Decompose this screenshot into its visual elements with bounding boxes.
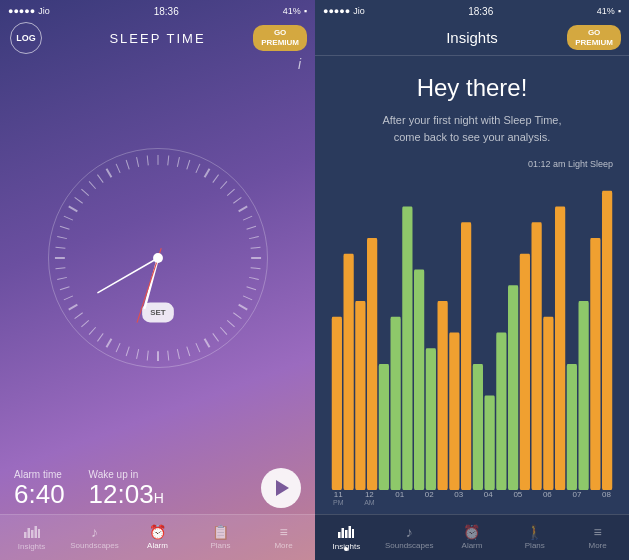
right-premium-button[interactable]: GOPREMIUM <box>567 25 621 50</box>
svg-rect-83 <box>473 364 483 490</box>
svg-line-14 <box>250 247 260 248</box>
left-tab-soundscapes-label: Soundscapes <box>70 541 118 550</box>
svg-line-12 <box>246 226 255 229</box>
right-soundscapes-icon: ♪ <box>406 525 413 539</box>
svg-line-57 <box>126 160 129 169</box>
right-tab-soundscapes[interactable]: ♪ Soundscapes <box>378 525 441 550</box>
right-tab-alarm[interactable]: ⏰ Alarm <box>441 525 504 550</box>
svg-line-31 <box>147 351 148 361</box>
svg-rect-74 <box>367 238 377 490</box>
svg-rect-95 <box>338 532 341 538</box>
chart-label: 01:12 am Light Sleep <box>528 159 613 169</box>
svg-line-20 <box>238 305 247 310</box>
left-battery-pct: 41% <box>283 6 301 16</box>
svg-line-38 <box>81 320 88 327</box>
x-label-02: 02 <box>425 490 434 506</box>
svg-line-23 <box>220 327 227 334</box>
svg-line-37 <box>89 327 96 334</box>
clock-svg: SET <box>49 149 267 367</box>
svg-line-56 <box>116 164 120 173</box>
left-battery-icon: ▪ <box>304 6 307 16</box>
left-tab-soundscapes[interactable]: ♪ Soundscapes <box>63 525 126 550</box>
x-label-08: 08 <box>602 490 611 506</box>
svg-line-11 <box>243 216 252 220</box>
svg-line-32 <box>136 349 138 359</box>
svg-point-63 <box>153 253 163 263</box>
svg-rect-78 <box>414 270 424 491</box>
right-insights-icon <box>338 524 354 540</box>
svg-line-26 <box>195 343 199 352</box>
svg-line-10 <box>238 206 247 211</box>
play-button[interactable] <box>261 468 301 508</box>
svg-line-4 <box>195 164 199 173</box>
svg-line-24 <box>212 333 218 341</box>
right-tab-soundscapes-label: Soundscapes <box>385 541 433 550</box>
left-tab-insights[interactable]: Insights <box>0 524 63 551</box>
svg-line-7 <box>220 181 227 188</box>
svg-line-8 <box>227 189 234 196</box>
right-battery-pct: 41% <box>597 6 615 16</box>
right-tab-more[interactable]: ≡ More <box>566 525 629 550</box>
x-label-04: 04 <box>484 490 493 506</box>
svg-rect-76 <box>391 317 401 490</box>
svg-line-39 <box>74 313 82 319</box>
svg-line-5 <box>204 169 209 178</box>
svg-line-33 <box>126 347 129 356</box>
clock-face: SET <box>48 148 268 368</box>
right-battery-icon: ▪ <box>618 6 621 16</box>
chart-area: 01:12 am Light Sleep 11PM 12AM 01 02 03 … <box>331 159 613 506</box>
left-tab-plans[interactable]: 📋 Plans <box>189 525 252 550</box>
svg-rect-73 <box>355 301 365 490</box>
svg-line-34 <box>116 343 120 352</box>
left-tab-bar: Insights ♪ Soundscapes ⏰ Alarm 📋 Plans ≡… <box>0 514 315 560</box>
svg-rect-81 <box>449 333 459 491</box>
left-wifi-icon: ●●●●● <box>8 6 35 16</box>
svg-line-47 <box>57 237 67 239</box>
left-tab-alarm[interactable]: ⏰ Alarm <box>126 525 189 550</box>
svg-line-59 <box>147 156 148 166</box>
svg-line-52 <box>81 189 88 196</box>
alarm-info: Alarm time 6:40 Wake up in 12:03H <box>14 469 164 507</box>
x-label-05: 05 <box>513 490 522 506</box>
svg-rect-85 <box>496 333 506 491</box>
right-status-bar: ●●●●● Jio 18:36 41% ▪ <box>315 0 629 20</box>
right-tab-bar: Insights ♪ Soundscapes ⏰ Alarm 🚶 Plans ≡… <box>315 514 629 560</box>
svg-rect-69 <box>34 526 37 538</box>
right-tab-insights[interactable]: Insights <box>315 524 378 551</box>
info-icon[interactable]: i <box>298 56 301 72</box>
svg-line-1 <box>167 156 168 166</box>
svg-rect-80 <box>438 301 448 490</box>
bar-chart <box>331 175 613 490</box>
right-more-icon: ≡ <box>594 525 602 539</box>
svg-rect-90 <box>555 207 565 491</box>
more-icon: ≡ <box>279 525 287 539</box>
right-alarm-icon: ⏰ <box>463 525 480 539</box>
x-label-11pm: 11PM <box>333 490 344 506</box>
left-premium-button[interactable]: GOPREMIUM <box>253 25 307 50</box>
svg-rect-68 <box>31 530 34 538</box>
svg-line-46 <box>55 247 65 248</box>
right-tab-plans[interactable]: 🚶 Plans <box>503 525 566 550</box>
svg-line-42 <box>59 287 68 290</box>
right-carrier: Jio <box>353 6 365 16</box>
log-button[interactable]: LOG <box>10 22 42 54</box>
left-time: 18:36 <box>154 6 179 17</box>
left-panel: ●●●●● Jio 18:36 41% ▪ LOG SLEEP TIME GOP… <box>0 0 315 560</box>
svg-rect-96 <box>342 528 345 538</box>
left-tab-insights-label: Insights <box>18 542 46 551</box>
svg-rect-88 <box>532 222 542 490</box>
wakeup-block: Wake up in 12:03H <box>89 469 164 507</box>
svg-rect-92 <box>579 301 589 490</box>
svg-line-51 <box>74 197 82 203</box>
svg-rect-94 <box>602 191 612 490</box>
svg-rect-84 <box>485 396 495 491</box>
svg-line-28 <box>177 349 179 359</box>
x-label-03: 03 <box>454 490 463 506</box>
left-tab-more[interactable]: ≡ More <box>252 525 315 550</box>
svg-rect-93 <box>590 238 600 490</box>
chart-svg-container <box>331 175 613 490</box>
svg-line-55 <box>106 169 111 178</box>
svg-rect-98 <box>349 526 352 538</box>
svg-rect-75 <box>379 364 389 490</box>
svg-line-13 <box>249 237 259 239</box>
